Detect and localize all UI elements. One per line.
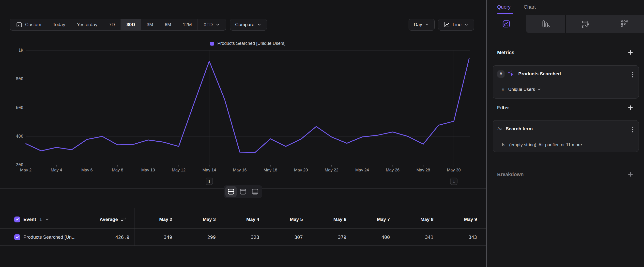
app-root: CustomTodayYesterday7D30D3M6M12MXTD Comp…	[0, 0, 644, 267]
string-property-badge: Aa	[498, 126, 502, 131]
table-column-header[interactable]: May 7	[356, 211, 390, 228]
x-axis-tick-label: May 20	[294, 168, 308, 172]
table-row: Products Searched [Un... 426.9 349299323…	[0, 229, 486, 245]
aggregation-label: Unique Users	[508, 87, 535, 92]
view-toggle-group	[224, 185, 262, 198]
table-cell: 379	[312, 229, 346, 245]
plus-icon	[627, 171, 634, 178]
table-cell: 400	[356, 229, 390, 245]
table-column-header[interactable]: May 5	[268, 211, 303, 228]
retention-icon	[620, 20, 629, 28]
filter-section-heading: Filter	[487, 102, 644, 113]
filter-heading-label: Filter	[497, 105, 509, 111]
plus-icon	[627, 104, 634, 111]
flows-icon	[581, 20, 590, 28]
table-cell: 343	[442, 229, 477, 245]
x-axis-tick-label: May 12	[172, 168, 186, 172]
report-tab-retention[interactable]	[605, 15, 644, 33]
metric-letter-badge: A	[498, 71, 504, 78]
active-tab-underline	[497, 13, 514, 14]
split-view-button[interactable]	[225, 186, 237, 197]
aggregation-selector[interactable]: Unique Users	[508, 87, 542, 92]
table-column-header[interactable]: May 6	[312, 211, 346, 228]
annotation-badge-label: 1	[208, 179, 210, 184]
filter-card-title-row: Aa Search term	[498, 124, 624, 134]
metrics-heading-label: Metrics	[497, 50, 514, 55]
table-column-header[interactable]: May 2	[138, 211, 172, 228]
kebab-menu-icon	[632, 71, 634, 78]
table-column-separator	[134, 208, 135, 245]
filter-condition-row: Is (empty string), Air purifier, or 11 m…	[502, 141, 634, 149]
kebab-menu-icon	[632, 126, 634, 133]
panel-bottom-icon	[251, 187, 259, 196]
funnels-icon	[541, 20, 550, 28]
x-axis-tick-label: May 26	[386, 168, 400, 172]
y-axis-tick-label: 1K	[18, 48, 24, 53]
metric-aggregation-row: # Unique Users	[502, 86, 634, 93]
filter-value[interactable]: (empty string), Air purifier, or 11 more	[509, 142, 582, 148]
insights-icon	[502, 20, 511, 28]
metrics-section-heading: Metrics	[487, 47, 644, 58]
x-axis-tick-label: May 28	[416, 168, 430, 172]
report-type-tabs	[487, 15, 644, 33]
annotation-badge-label: 1	[452, 179, 455, 184]
main-area: CustomTodayYesterday7D30D3M6M12MXTD Comp…	[0, 0, 486, 267]
line-chart[interactable]: 2004006008001K11May 2May 4May 6May 8May …	[0, 0, 486, 197]
metric-card[interactable]: A Products Searched # Unique Users	[493, 65, 639, 99]
metric-menu-button[interactable]	[631, 70, 635, 79]
x-axis-tick-label: May 4	[51, 168, 62, 172]
filter-property-name: Search term	[506, 126, 533, 132]
aggregation-prefix: #	[502, 87, 504, 92]
x-axis-tick-label: May 10	[141, 168, 155, 172]
series-line[interactable]	[26, 59, 469, 152]
x-axis-tick-label: May 6	[81, 168, 92, 172]
y-axis-tick-label: 400	[16, 134, 23, 139]
filter-operator[interactable]: Is	[502, 142, 505, 148]
x-axis-tick-label: May 24	[355, 168, 369, 172]
table-column-header[interactable]: May 8	[399, 211, 434, 228]
breakdown-heading-label: Breakdown	[497, 172, 524, 177]
split-horizontal-icon	[227, 187, 235, 196]
plus-icon	[627, 49, 634, 56]
filter-card[interactable]: Aa Search term Is (empty string), Air pu…	[493, 120, 639, 152]
chart-only-view-button[interactable]	[238, 186, 249, 197]
tab-query[interactable]: Query	[497, 0, 510, 14]
breakdown-section-heading: Breakdown	[487, 169, 644, 180]
table-cell: 349	[138, 229, 172, 245]
x-axis-tick-label: May 16	[233, 168, 247, 172]
event-icon	[508, 70, 515, 78]
add-breakdown-button[interactable]	[626, 170, 635, 179]
query-sidebar: Query Chart Metrics A Products Searched	[487, 0, 644, 267]
report-tab-funnels[interactable]	[526, 15, 565, 33]
add-filter-button[interactable]	[626, 103, 635, 112]
y-axis-tick-label: 800	[16, 76, 23, 81]
add-metric-button[interactable]	[626, 48, 635, 57]
filter-menu-button[interactable]	[631, 125, 635, 134]
table-column-header[interactable]: May 4	[225, 211, 259, 228]
table-cell: 299	[181, 229, 216, 245]
y-axis-tick-label: 200	[16, 162, 23, 167]
table-cell: 341	[399, 229, 434, 245]
x-axis-tick-label: May 18	[264, 168, 277, 172]
y-axis-tick-label: 600	[16, 105, 23, 110]
table-cell: 307	[268, 229, 303, 245]
metric-card-title-row: A Products Searched	[498, 69, 624, 79]
table-date-columns: May 2May 3May 4May 5May 6May 7May 8May 9	[0, 211, 486, 228]
table-column-header[interactable]: May 9	[442, 211, 477, 228]
chevron-down-icon	[537, 87, 542, 92]
x-axis-tick-label: May 2	[20, 168, 32, 172]
sidebar-tab-bar: Query Chart	[487, 0, 644, 15]
x-axis-tick-label: May 22	[325, 168, 338, 172]
table-only-view-button[interactable]	[250, 186, 261, 197]
report-tab-insights[interactable]	[487, 15, 526, 33]
panel-top-icon	[239, 187, 247, 196]
x-axis-tick-label: May 14	[202, 168, 216, 172]
table-column-header[interactable]: May 3	[181, 211, 216, 228]
table-row-values: 349299323307379400341343	[0, 229, 486, 245]
metric-name: Products Searched	[518, 71, 561, 77]
table-cell: 323	[225, 229, 259, 245]
table-header-row: Event 1 Average May 2May 3May 4May 5May …	[0, 211, 486, 228]
tab-chart[interactable]: Chart	[524, 0, 536, 14]
report-tab-flows[interactable]	[565, 15, 605, 33]
x-axis-tick-label: May 30	[447, 168, 461, 172]
